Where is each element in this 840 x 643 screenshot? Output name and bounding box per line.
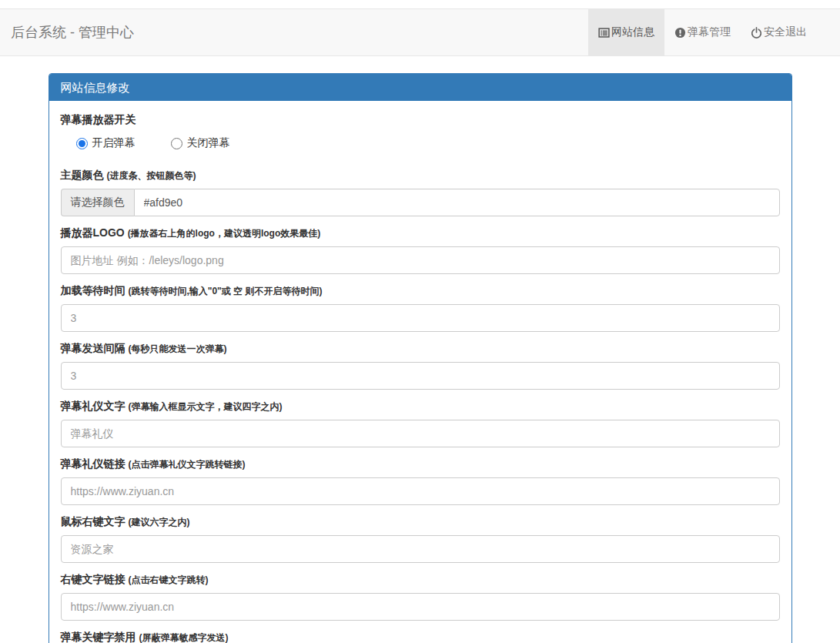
player-logo-input[interactable] [61,246,780,274]
form-group-keyword-ban: 弹幕关键字禁用 (屏蔽弹幕敏感字发送) [61,630,780,643]
field-hint: (每秒只能发送一次弹幕) [128,343,226,354]
etiquette-link-input[interactable] [61,477,780,505]
nav-item-site-info[interactable]: 网站信息 [588,9,664,55]
field-label: 右键文字链接 (点击右键文字跳转) [61,572,780,588]
field-hint: (跳转等待时间,输入"0"或 空 则不开启等待时间) [128,286,322,296]
field-label: 弹幕礼仪文字 (弹幕输入框显示文字，建议四字之内) [61,399,780,414]
right-click-link-input[interactable] [61,593,780,621]
navbar-menu: 网站信息 弹幕管理 安全退出 [588,9,817,55]
radio-option-enable: 开启弹幕 [76,136,136,150]
top-navbar: 后台系统 - 管理中心 网站信息 [0,8,840,56]
form-group-send-interval: 弹幕发送间隔 (每秒只能发送一次弹幕) [61,341,780,390]
field-label: 弹幕发送间隔 (每秒只能发送一次弹幕) [61,341,780,357]
form-group-load-wait-time: 加载等待时间 (跳转等待时间,输入"0"或 空 则不开启等待时间) [61,283,780,332]
field-label-danmaku-switch: 弹幕播放器开关 [61,112,780,127]
form-group-theme-color: 主题颜色 (进度条、按钮颜色等) 请选择颜色 [61,168,780,216]
etiquette-text-input[interactable] [61,420,780,447]
site-info-panel: 网站信息修改 弹幕播放器开关 开启弹幕 关闭弹幕 主题颜色 (进度条、按钮颜色等… [49,73,792,643]
radio-disable-danmaku[interactable] [171,138,182,149]
nav-item-danmaku-manage[interactable]: 弹幕管理 [664,9,741,55]
field-hint: (点击弹幕礼仪文字跳转链接) [128,459,245,470]
field-hint: (屏蔽弹幕敏感字发送) [139,632,228,643]
field-label: 播放器LOGO (播放器右上角的logo，建议透明logo效果最佳) [61,226,780,241]
panel-body: 弹幕播放器开关 开启弹幕 关闭弹幕 主题颜色 (进度条、按钮颜色等) 请选择颜色 [49,101,791,643]
field-label: 弹幕关键字禁用 (屏蔽弹幕敏感字发送) [61,630,780,643]
form-group-right-click-text: 鼠标右键文字 (建议六字之内) [61,514,780,563]
field-hint: (点击右键文字跳转) [128,574,208,585]
list-alt-icon [598,27,610,39]
color-picker-addon: 请选择颜色 [61,189,134,216]
field-label: 鼠标右键文字 (建议六字之内) [61,514,780,530]
load-wait-time-input[interactable] [61,304,780,332]
send-interval-input[interactable] [61,362,780,390]
radio-label: 关闭弹幕 [187,136,230,150]
form-group-etiquette-link: 弹幕礼仪链接 (点击弹幕礼仪文字跳转链接) [61,457,780,505]
nav-item-label: 安全退出 [764,25,807,39]
danmaku-switch-options: 开启弹幕 关闭弹幕 [61,136,780,150]
field-hint: (建议六字之内) [128,517,189,527]
radio-enable-danmaku[interactable] [76,138,88,149]
radio-option-disable: 关闭弹幕 [171,136,230,150]
field-hint: (播放器右上角的logo，建议透明logo效果最佳) [128,228,321,239]
nav-item-label: 弹幕管理 [688,25,731,39]
app-title: 后台系统 - 管理中心 [11,23,134,42]
theme-color-input[interactable] [134,189,780,216]
right-click-text-input[interactable] [61,535,780,563]
form-group-player-logo: 播放器LOGO (播放器右上角的logo，建议透明logo效果最佳) [61,226,780,274]
radio-label: 开启弹幕 [92,136,136,150]
nav-item-label: 网站信息 [611,25,654,39]
info-circle-icon [674,27,686,39]
form-group-right-click-link: 右键文字链接 (点击右键文字跳转) [61,572,780,621]
field-label: 加载等待时间 (跳转等待时间,输入"0"或 空 则不开启等待时间) [61,283,780,299]
power-icon [751,27,762,39]
form-group-etiquette-text: 弹幕礼仪文字 (弹幕输入框显示文字，建议四字之内) [61,399,780,447]
field-hint: (进度条、按钮颜色等) [106,170,196,181]
panel-title: 网站信息修改 [49,74,791,101]
field-label: 主题颜色 (进度条、按钮颜色等) [61,168,780,183]
field-hint: (弹幕输入框显示文字，建议四字之内) [128,401,282,412]
field-label: 弹幕礼仪链接 (点击弹幕礼仪文字跳转链接) [61,457,780,472]
nav-item-logout[interactable]: 安全退出 [741,9,817,55]
